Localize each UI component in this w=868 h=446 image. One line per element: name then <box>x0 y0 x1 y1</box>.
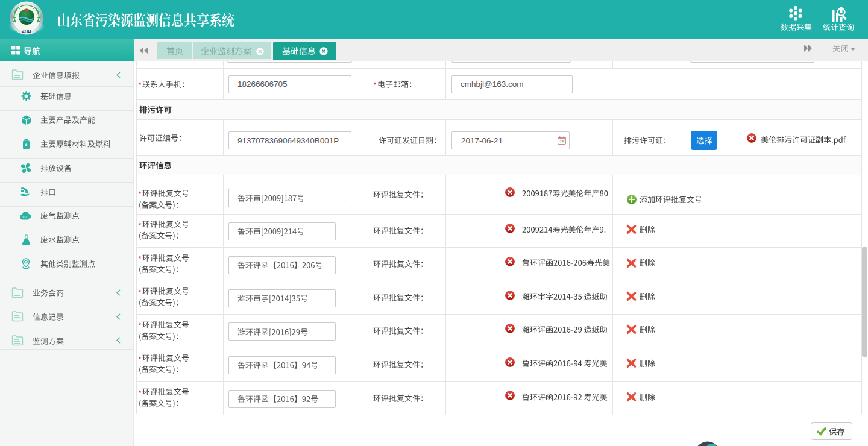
svg-text:15: 15 <box>559 139 564 145</box>
svg-text:ZHB: ZHB <box>22 28 31 34</box>
svg-text:co: co <box>23 215 27 219</box>
